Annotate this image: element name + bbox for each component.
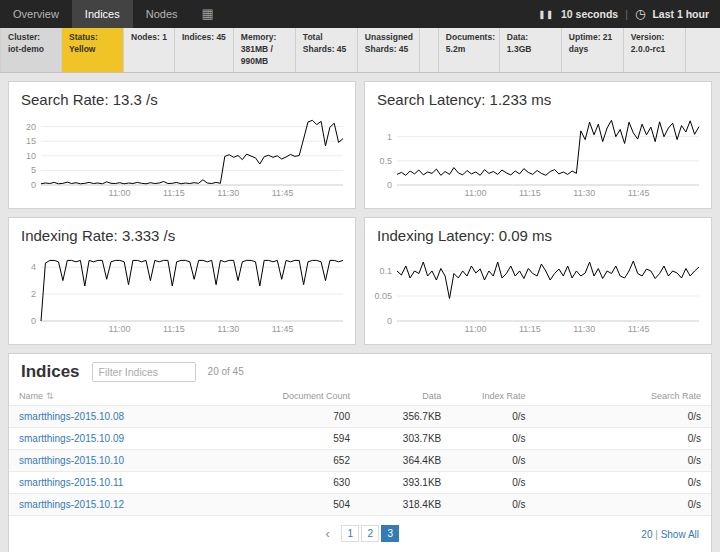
svg-text:0: 0 bbox=[387, 316, 392, 326]
cell-index-rate: 0/s bbox=[451, 493, 535, 515]
cell-data: 303.7KB bbox=[360, 427, 451, 449]
svg-text:5: 5 bbox=[31, 165, 36, 175]
cell-data: 356.7KB bbox=[360, 405, 451, 427]
svg-text:0.5: 0.5 bbox=[379, 156, 392, 166]
search-rate-title: Search Rate: 13.3 /s bbox=[9, 82, 355, 109]
svg-text:11:30: 11:30 bbox=[573, 324, 595, 334]
pause-icon[interactable]: ❚❚ bbox=[539, 10, 554, 19]
table-row: smartthings-2015.10.11630393.1KB0/s0/s bbox=[9, 471, 711, 493]
index-link[interactable]: smartthings-2015.10.09 bbox=[19, 433, 124, 444]
svg-text:11:15: 11:15 bbox=[163, 324, 185, 334]
svg-text:11:00: 11:00 bbox=[465, 324, 487, 334]
index-link[interactable]: smartthings-2015.10.11 bbox=[19, 477, 123, 488]
status-cell: Total Shards: 45 bbox=[296, 28, 358, 72]
top-navbar: OverviewIndicesNodes ▦ ❚❚ 10 seconds | ◷… bbox=[0, 0, 720, 28]
indexing-latency-panel: Indexing Latency: 0.09 ms 00.050.111:001… bbox=[364, 217, 712, 345]
filter-indices-input[interactable] bbox=[92, 362, 196, 382]
svg-text:15: 15 bbox=[26, 136, 36, 146]
page-button-3[interactable]: 3 bbox=[381, 525, 399, 542]
page-size-link[interactable]: 20 bbox=[641, 528, 652, 539]
charts-grid: Search Rate: 13.3 /s 0510152011:0011:151… bbox=[0, 73, 720, 353]
svg-text:11:30: 11:30 bbox=[573, 188, 595, 198]
cell-data: 364.4KB bbox=[360, 449, 451, 471]
chart-canvas: 00.5111:0011:1511:3011:45 bbox=[369, 109, 705, 199]
cell-search-rate: 0/s bbox=[535, 427, 711, 449]
indices-panel-header: Indices 20 of 45 bbox=[9, 354, 711, 388]
svg-text:0.1: 0.1 bbox=[379, 266, 392, 276]
page-button-1[interactable]: 1 bbox=[341, 525, 359, 542]
index-link[interactable]: smartthings-2015.10.10 bbox=[19, 455, 124, 466]
index-link[interactable]: smartthings-2015.10.08 bbox=[19, 411, 124, 422]
table-row: smartthings-2015.10.12504318.4KB0/s0/s bbox=[9, 493, 711, 515]
search-rate-panel: Search Rate: 13.3 /s 0510152011:0011:151… bbox=[8, 81, 356, 209]
column-header[interactable]: Data bbox=[360, 388, 451, 406]
cell-document-count: 652 bbox=[241, 449, 360, 471]
status-cell: Data: 1.3GB bbox=[500, 28, 562, 72]
sort-icon[interactable]: ⇅ bbox=[46, 391, 54, 401]
cell-name: smartthings-2015.10.10 bbox=[9, 449, 241, 471]
column-header[interactable]: Search Rate bbox=[535, 388, 711, 406]
status-cell: Indices: 45 bbox=[175, 28, 234, 72]
indices-table-header-row: Name⇅Document CountDataIndex RateSearch … bbox=[9, 388, 711, 406]
cell-search-rate: 0/s bbox=[535, 449, 711, 471]
indexing-rate-chart: 02411:0011:1511:3011:45 bbox=[9, 245, 355, 339]
cell-index-rate: 0/s bbox=[451, 427, 535, 449]
refresh-interval-label[interactable]: 10 seconds bbox=[561, 8, 618, 20]
svg-text:11:00: 11:00 bbox=[109, 188, 131, 198]
apps-grid-icon[interactable]: ▦ bbox=[191, 0, 225, 28]
search-latency-title: Search Latency: 1.233 ms bbox=[365, 82, 711, 109]
show-all-link[interactable]: Show All bbox=[661, 528, 699, 539]
cell-index-rate: 0/s bbox=[451, 471, 535, 493]
svg-text:2: 2 bbox=[31, 289, 36, 299]
navbar-right: ❚❚ 10 seconds | ◷ Last 1 hour bbox=[539, 0, 720, 28]
svg-text:11:30: 11:30 bbox=[217, 324, 239, 334]
svg-text:0: 0 bbox=[387, 180, 392, 190]
svg-text:11:15: 11:15 bbox=[519, 324, 541, 334]
cluster-status-bar: Cluster: iot-demoStatus: YellowNodes: 1I… bbox=[0, 28, 720, 73]
page-button-2[interactable]: 2 bbox=[361, 525, 379, 542]
tab-nodes[interactable]: Nodes bbox=[133, 0, 191, 28]
column-header[interactable]: Document Count bbox=[241, 388, 360, 406]
indexing-latency-chart: 00.050.111:0011:1511:3011:45 bbox=[365, 245, 711, 339]
svg-text:11:45: 11:45 bbox=[628, 188, 650, 198]
indices-count: 20 of 45 bbox=[208, 366, 244, 377]
cell-name: smartthings-2015.10.12 bbox=[9, 493, 241, 515]
pagination-separator: | bbox=[655, 528, 658, 539]
table-row: smartthings-2015.10.08700356.7KB0/s0/s bbox=[9, 405, 711, 427]
cell-data: 393.1KB bbox=[360, 471, 451, 493]
svg-text:0.05: 0.05 bbox=[374, 291, 392, 301]
cell-index-rate: 0/s bbox=[451, 405, 535, 427]
chart-canvas: 0510152011:0011:1511:3011:45 bbox=[13, 109, 349, 199]
prev-page-button[interactable]: ‹ bbox=[320, 525, 336, 542]
cell-name: smartthings-2015.10.11 bbox=[9, 471, 241, 493]
page-buttons: 123 bbox=[340, 524, 400, 541]
navbar-divider: | bbox=[625, 8, 628, 20]
svg-text:0: 0 bbox=[31, 180, 36, 190]
svg-text:20: 20 bbox=[26, 121, 36, 131]
time-range-label[interactable]: Last 1 hour bbox=[652, 8, 709, 20]
tab-overview[interactable]: Overview bbox=[0, 0, 72, 28]
column-header[interactable]: Name⇅ bbox=[9, 388, 241, 406]
svg-text:11:15: 11:15 bbox=[519, 188, 541, 198]
pagination: ‹ 123 20 | Show All bbox=[9, 515, 711, 552]
cell-search-rate: 0/s bbox=[535, 405, 711, 427]
cell-search-rate: 0/s bbox=[535, 493, 711, 515]
indices-table: Name⇅Document CountDataIndex RateSearch … bbox=[9, 388, 711, 515]
cell-name: smartthings-2015.10.09 bbox=[9, 427, 241, 449]
status-cell: Cluster: iot-demo bbox=[0, 28, 62, 72]
svg-text:11:00: 11:00 bbox=[465, 188, 487, 198]
indexing-rate-title: Indexing Rate: 3.333 /s bbox=[9, 218, 355, 245]
indices-panel: Indices 20 of 45 Name⇅Document CountData… bbox=[8, 353, 712, 552]
status-cell: Uptime: 21 days bbox=[562, 28, 624, 72]
table-row: smartthings-2015.10.09594303.7KB0/s0/s bbox=[9, 427, 711, 449]
cell-name: smartthings-2015.10.08 bbox=[9, 405, 241, 427]
svg-text:11:15: 11:15 bbox=[163, 188, 185, 198]
status-cell: Version: 2.0.0-rc1 bbox=[624, 28, 686, 72]
indices-table-body: smartthings-2015.10.08700356.7KB0/s0/ssm… bbox=[9, 405, 711, 515]
indexing-latency-title: Indexing Latency: 0.09 ms bbox=[365, 218, 711, 245]
indices-title: Indices bbox=[21, 362, 80, 382]
tab-indices[interactable]: Indices bbox=[72, 0, 133, 28]
index-link[interactable]: smartthings-2015.10.12 bbox=[19, 499, 124, 510]
column-header[interactable]: Index Rate bbox=[451, 388, 535, 406]
search-latency-chart: 00.5111:0011:1511:3011:45 bbox=[365, 109, 711, 203]
